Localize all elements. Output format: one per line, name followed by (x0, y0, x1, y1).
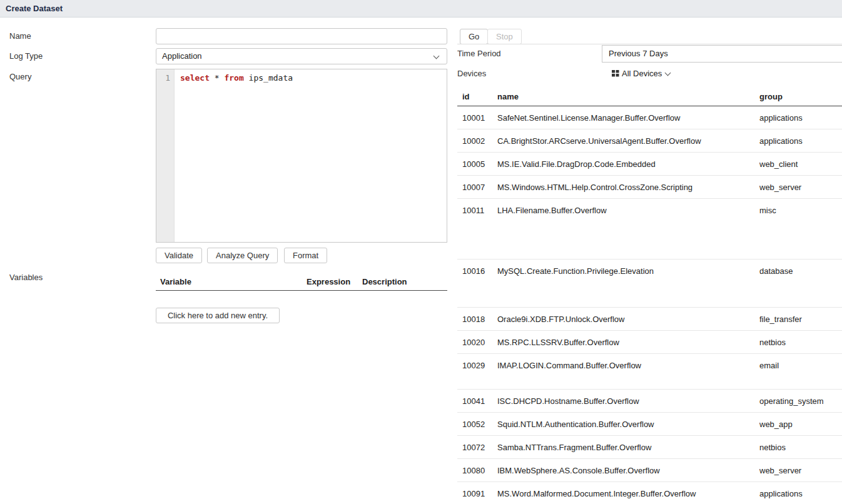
devices-value: All Devices (622, 69, 662, 78)
description-column-header: Description (362, 277, 407, 286)
cell-id: 10018 (457, 308, 497, 324)
table-row[interactable]: 10007MS.Windows.HTML.Help.Control.CrossZ… (457, 176, 842, 199)
id-column-header[interactable]: id (457, 92, 497, 101)
variables-table-header: Variable Expression Description (156, 274, 447, 291)
table-row[interactable]: 10091MS.Word.Malformed.Document.Integer.… (457, 482, 842, 504)
table-row[interactable]: 10072Samba.NTTrans.Fragment.Buffer.Overf… (457, 436, 842, 459)
all-devices-icon (612, 70, 619, 77)
cell-name: LHA.Filename.Buffer.Overflow (497, 199, 759, 215)
results-table: id name group 10001SafeNet.Sentinel.Lice… (457, 88, 842, 504)
analyze-query-button[interactable]: Analyze Query (207, 248, 278, 263)
divider (457, 44, 842, 44)
name-input[interactable] (156, 28, 447, 44)
cell-id: 10007 (457, 176, 497, 192)
name-column-header[interactable]: name (497, 92, 759, 101)
table-row[interactable]: 10011LHA.Filename.Buffer.Overflowmisc (457, 199, 842, 260)
time-period-value: Previous 7 Days (609, 49, 668, 58)
cell-group: database (759, 260, 842, 276)
variable-column-header: Variable (160, 277, 191, 286)
cell-name: IBM.WebSphere.AS.Console.Buffer.Overflow (497, 459, 759, 475)
cell-group: web_server (759, 176, 842, 192)
stop-button[interactable]: Stop (487, 29, 522, 44)
chevron-down-icon (434, 53, 440, 59)
cell-id: 10002 (457, 129, 497, 146)
add-entry-button[interactable]: Click here to add new entry. (156, 308, 280, 323)
expression-column-header: Expression (307, 277, 350, 286)
cell-id: 10080 (457, 459, 497, 475)
cell-group: web_server (759, 459, 842, 475)
sql-keyword: from (224, 73, 243, 83)
variables-label: Variables (9, 271, 43, 284)
go-button[interactable]: Go (460, 29, 488, 44)
devices-select[interactable]: All Devices (612, 68, 670, 80)
cell-group: netbios (759, 331, 842, 347)
validate-button[interactable]: Validate (156, 248, 202, 263)
query-code-line[interactable]: select * from ips_mdata (175, 69, 447, 83)
cell-name: ISC.DHCPD.Hostname.Buffer.Overflow (497, 390, 759, 406)
time-period-select[interactable]: Previous 7 Days (602, 45, 842, 63)
line-number: 1 (156, 69, 174, 83)
table-row[interactable]: 10052Squid.NTLM.Authentication.Buffer.Ov… (457, 413, 842, 436)
cell-group: applications (759, 482, 842, 498)
name-label: Name (9, 30, 31, 43)
devices-label: Devices (457, 68, 486, 80)
sql-keyword: select (180, 73, 210, 83)
editor-gutter: 1 (156, 69, 175, 242)
table-row[interactable]: 10001SafeNet.Sentinel.License.Manager.Bu… (457, 106, 842, 129)
log-type-select[interactable]: Application (156, 48, 447, 64)
format-button[interactable]: Format (284, 248, 327, 263)
cell-id: 10016 (457, 260, 497, 276)
cell-name: MS.Windows.HTML.Help.Control.CrossZone.S… (497, 176, 759, 192)
cell-group: netbios (759, 436, 842, 452)
cell-group: web_app (759, 413, 842, 429)
cell-id: 10052 (457, 413, 497, 429)
chevron-down-icon (665, 70, 671, 76)
cell-name: MS.RPC.LLSSRV.Buffer.Overflow (497, 331, 759, 347)
cell-name: MS.IE.Valid.File.DragDrop.Code.Embedded (497, 153, 759, 169)
cell-id: 10091 (457, 482, 497, 498)
cell-id: 10041 (457, 390, 497, 406)
log-type-label: Log Type (9, 50, 43, 63)
sql-text: ips_mdata (244, 73, 293, 83)
cell-name: CA.BrightStor.ARCserve.UniversalAgent.Bu… (497, 129, 759, 146)
cell-group: file_transfer (759, 308, 842, 324)
results-table-header: id name group (457, 88, 842, 106)
cell-name: SafeNet.Sentinel.License.Manager.Buffer.… (497, 106, 759, 123)
create-dataset-page: Create Dataset Name Log Type Application… (0, 0, 842, 504)
log-type-value: Application (162, 51, 202, 61)
table-row[interactable]: 10018Oracle9i.XDB.FTP.Unlock.Overflowfil… (457, 308, 842, 331)
time-period-label: Time Period (457, 48, 501, 60)
query-label: Query (9, 71, 31, 83)
cell-name: Oracle9i.XDB.FTP.Unlock.Overflow (497, 308, 759, 324)
sql-text: * (210, 73, 224, 83)
cell-group: email (759, 354, 842, 370)
cell-name: Samba.NTTrans.Fragment.Buffer.Overflow (497, 436, 759, 452)
cell-id: 10011 (457, 199, 497, 215)
group-column-header[interactable]: group (759, 92, 842, 101)
cell-id: 10005 (457, 153, 497, 169)
page-title: Create Dataset (0, 0, 842, 18)
cell-group: misc (759, 199, 842, 215)
table-row[interactable]: 10016MySQL.Create.Function.Privilege.Ele… (457, 260, 842, 308)
table-row[interactable]: 10005MS.IE.Valid.File.DragDrop.Code.Embe… (457, 153, 842, 176)
cell-name: MS.Word.Malformed.Document.Integer.Buffe… (497, 482, 759, 498)
table-row[interactable]: 10080IBM.WebSphere.AS.Console.Buffer.Ove… (457, 459, 842, 482)
query-editor[interactable]: 1 select * from ips_mdata (156, 69, 447, 243)
cell-group: operating_system (759, 390, 842, 406)
table-row[interactable]: 10041ISC.DHCPD.Hostname.Buffer.Overflowo… (457, 390, 842, 413)
results-table-body: 10001SafeNet.Sentinel.License.Manager.Bu… (457, 106, 842, 504)
cell-name: MySQL.Create.Function.Privilege.Elevatio… (497, 260, 759, 276)
cell-id: 10029 (457, 354, 497, 370)
cell-name: IMAP.LOGIN.Command.Buffer.Overflow (497, 354, 759, 370)
cell-group: web_client (759, 153, 842, 169)
table-row[interactable]: 10002CA.BrightStor.ARCserve.UniversalAge… (457, 129, 842, 153)
cell-name: Squid.NTLM.Authentication.Buffer.Overflo… (497, 413, 759, 429)
cell-id: 10001 (457, 106, 497, 123)
table-row[interactable]: 10020MS.RPC.LLSSRV.Buffer.Overflownetbio… (457, 331, 842, 354)
cell-id: 10072 (457, 436, 497, 452)
cell-group: applications (759, 106, 842, 123)
table-row[interactable]: 10029IMAP.LOGIN.Command.Buffer.Overflowe… (457, 354, 842, 390)
cell-id: 10020 (457, 331, 497, 347)
cell-group: applications (759, 129, 842, 146)
